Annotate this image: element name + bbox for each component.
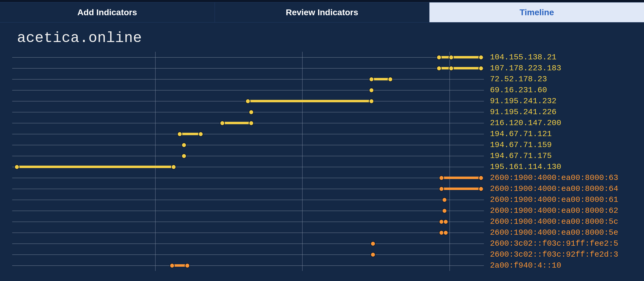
timeline-row: 2600:1900:4000:ea00:8000:64 (12, 183, 644, 194)
timeline-row-label[interactable]: 194.67.71.121 (490, 128, 552, 139)
timeline-row: 69.16.231.60 (12, 85, 644, 96)
timeline-point[interactable] (478, 186, 484, 191)
timeline-row-baseline (12, 178, 484, 178)
timeline-row-baseline (12, 211, 484, 211)
tab-timeline[interactable]: Timeline (429, 2, 644, 22)
timeline-row-baseline (12, 265, 484, 266)
timeline-point[interactable] (439, 175, 444, 181)
timeline-point[interactable] (171, 164, 176, 170)
timeline-row-label[interactable]: 72.52.178.23 (490, 74, 547, 85)
tab-review-indicators[interactable]: Review Indicators (215, 2, 430, 22)
timeline-point[interactable] (249, 110, 254, 115)
timeline-point[interactable] (478, 175, 484, 181)
timeline-point[interactable] (245, 99, 250, 104)
timeline-point[interactable] (388, 77, 393, 82)
timeline-point[interactable] (177, 132, 182, 137)
timeline-row-baseline (12, 255, 484, 255)
timeline-point[interactable] (249, 121, 254, 126)
page-title: acetica.online (0, 23, 644, 52)
timeline-row-label[interactable]: 195.161.114.130 (490, 161, 561, 172)
timeline-point[interactable] (443, 230, 448, 235)
timeline-row-label[interactable]: 2600:3c02::f03c:91ff:fee2:5 (490, 238, 618, 249)
timeline-row-baseline (12, 90, 484, 90)
timeline-row: 72.52.178.23 (12, 74, 644, 85)
timeline-row-baseline (12, 200, 484, 200)
timeline-point[interactable] (478, 66, 484, 71)
timeline-segment[interactable] (180, 133, 201, 135)
timeline-point[interactable] (443, 219, 448, 224)
timeline-row-baseline (12, 222, 484, 222)
timeline-row-label[interactable]: 91.195.241.232 (490, 96, 556, 107)
timeline-row-label[interactable]: 2600:1900:4000:ea00:8000:64 (490, 183, 618, 194)
timeline-segment[interactable] (439, 67, 481, 69)
timeline-point[interactable] (220, 121, 225, 126)
tab-add-indicators[interactable]: Add Indicators (0, 2, 215, 22)
timeline-row-label[interactable]: 2600:1900:4000:ea00:8000:63 (490, 172, 618, 183)
timeline-row-baseline (12, 134, 484, 134)
timeline-point[interactable] (478, 55, 484, 60)
timeline-row: 2600:1900:4000:ea00:8000:63 (12, 172, 644, 183)
timeline-row: 2600:3c02::f03c:91ff:fee2:5 (12, 238, 644, 249)
timeline-row: 2a00:f940:4::10 (12, 260, 644, 271)
timeline-point[interactable] (369, 99, 374, 104)
window-top-strip (0, 0, 644, 2)
timeline-segment[interactable] (17, 166, 173, 168)
timeline-row-label[interactable]: 194.67.71.175 (490, 150, 552, 161)
timeline-row-baseline (12, 156, 484, 156)
timeline-row-label[interactable]: 104.155.138.21 (490, 52, 556, 63)
timeline-row-label[interactable]: 107.178.223.183 (490, 63, 561, 74)
timeline-row-label[interactable]: 91.195.241.226 (490, 107, 556, 118)
timeline-point[interactable] (436, 66, 442, 71)
timeline-panel: acetica.online 104.155.138.21107.178.223… (0, 23, 644, 281)
timeline-segment[interactable] (439, 56, 481, 58)
timeline-row-baseline (12, 233, 484, 233)
timeline-row-label[interactable]: 69.16.231.60 (490, 85, 547, 96)
timeline-point[interactable] (370, 252, 376, 257)
timeline-point[interactable] (369, 77, 374, 82)
timeline-point[interactable] (436, 55, 442, 60)
timeline-point[interactable] (181, 153, 187, 159)
timeline-point[interactable] (370, 241, 376, 246)
timeline-row-baseline (12, 79, 484, 79)
timeline-point[interactable] (170, 263, 175, 268)
timeline-point[interactable] (185, 263, 190, 268)
timeline-row: 91.195.241.232 (12, 96, 644, 107)
timeline-row: 194.67.71.121 (12, 128, 644, 139)
timeline-row-label[interactable]: 2600:1900:4000:ea00:8000:5c (490, 216, 618, 227)
timeline-row-label[interactable]: 2600:3c02::f03c:92ff:fe2d:3 (490, 249, 618, 260)
timeline-row: 104.155.138.21 (12, 52, 644, 63)
timeline-point[interactable] (14, 164, 19, 170)
timeline-row: 194.67.71.175 (12, 150, 644, 161)
timeline-row-label[interactable]: 194.67.71.159 (490, 139, 552, 150)
timeline-point[interactable] (442, 197, 447, 202)
timeline-row-baseline (12, 68, 484, 68)
timeline-point[interactable] (449, 66, 454, 71)
timeline-row-baseline (12, 57, 484, 58)
timeline-segment[interactable] (248, 100, 371, 102)
timeline-row-label[interactable]: 216.120.147.200 (490, 118, 561, 128)
timeline-point[interactable] (449, 55, 454, 60)
timeline-segment[interactable] (441, 177, 481, 179)
timeline-row-label[interactable]: 2600:1900:4000:ea00:8000:61 (490, 194, 618, 205)
timeline-row: 91.195.241.226 (12, 107, 644, 118)
tab-bar: Add Indicators Review Indicators Timelin… (0, 2, 644, 23)
timeline-row: 107.178.223.183 (12, 63, 644, 74)
timeline-row-label[interactable]: 2600:1900:4000:ea00:8000:62 (490, 205, 618, 216)
timeline-point[interactable] (439, 186, 444, 191)
timeline-row: 2600:1900:4000:ea00:8000:5e (12, 227, 644, 238)
timeline-row-label[interactable]: 2a00:f940:4::10 (490, 260, 561, 271)
timeline-row: 2600:1900:4000:ea00:8000:61 (12, 194, 644, 205)
timeline-row-baseline (12, 244, 484, 244)
timeline-row: 2600:1900:4000:ea00:8000:62 (12, 205, 644, 216)
timeline-segment[interactable] (371, 78, 390, 80)
timeline-row-baseline (12, 145, 484, 145)
timeline-segment[interactable] (222, 122, 251, 124)
timeline-point[interactable] (369, 88, 374, 93)
timeline-point[interactable] (198, 132, 203, 137)
timeline-row-baseline (12, 189, 484, 189)
timeline-point[interactable] (442, 208, 447, 213)
timeline-chart[interactable]: 104.155.138.21107.178.223.18372.52.178.2… (12, 52, 644, 271)
timeline-point[interactable] (181, 142, 187, 148)
timeline-row-label[interactable]: 2600:1900:4000:ea00:8000:5e (490, 227, 618, 238)
timeline-segment[interactable] (441, 188, 481, 190)
